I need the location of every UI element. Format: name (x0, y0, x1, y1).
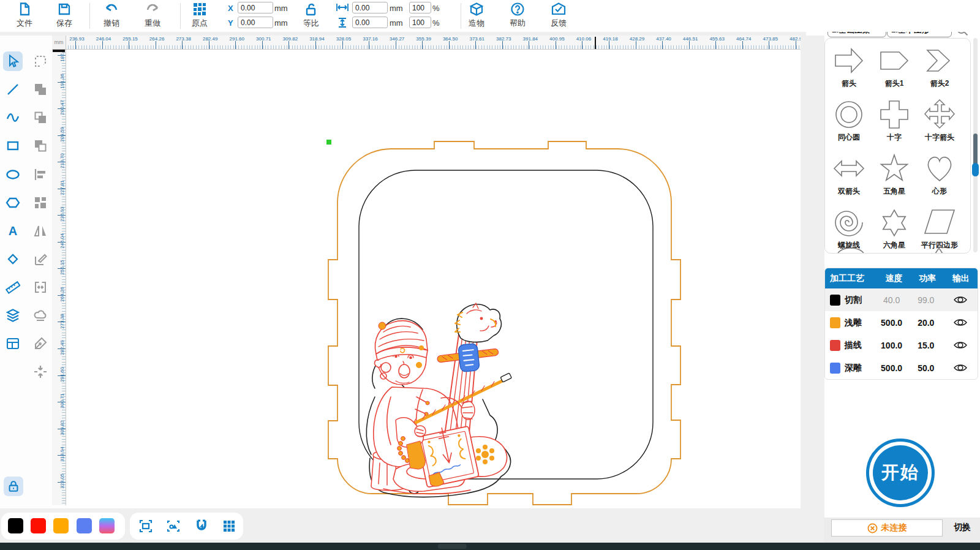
shape-cross[interactable]: 十字 (873, 97, 916, 143)
output-visibility-toggle[interactable] (943, 317, 978, 328)
marquee-select-tool[interactable] (31, 51, 50, 71)
create-button[interactable]: 造物 (458, 1, 495, 29)
shape-star6[interactable]: 六角星 (873, 205, 916, 251)
process-row-cut[interactable]: 切割 40.0 99.0 (825, 288, 978, 311)
ruler-label: 419.18 (603, 36, 617, 42)
palette-swatch-red[interactable] (31, 518, 46, 533)
origin-button[interactable]: 原点 (181, 1, 218, 29)
ruler-tool[interactable] (3, 277, 23, 297)
redo-button[interactable]: 重做 (134, 1, 171, 29)
ruler-label: 309.82 (283, 36, 298, 42)
shape-arrow1[interactable]: 箭头1 (873, 43, 916, 89)
start-button[interactable]: 开始 (866, 439, 935, 507)
shape-spiral[interactable]: 螺旋线 (827, 205, 870, 251)
file-icon (6, 1, 43, 17)
rectangle-tool[interactable] (3, 136, 23, 156)
selection-handle[interactable] (326, 140, 331, 145)
layers-tool[interactable] (3, 306, 23, 325)
device-connection-status[interactable]: 未连接 (831, 519, 943, 537)
musician-figure (366, 303, 511, 497)
output-visibility-toggle[interactable] (943, 340, 978, 350)
boolean-union-icon[interactable] (31, 80, 50, 99)
multi-select-icon[interactable] (166, 519, 181, 533)
fit-view-icon[interactable] (138, 519, 153, 533)
scrollbar-thumb[interactable] (973, 134, 978, 167)
measure-tool[interactable] (31, 249, 50, 269)
ellipse-tool[interactable] (3, 165, 23, 184)
ruler-label: 318.94 (309, 36, 324, 42)
taskbar-item[interactable] (438, 544, 467, 549)
palette-swatch-gradient[interactable] (99, 518, 115, 533)
box-3d-icon (458, 1, 495, 17)
eraser-tool[interactable] (3, 249, 23, 269)
shape-heart[interactable]: 心形 (918, 151, 961, 197)
canvas-lock-button[interactable] (4, 477, 23, 496)
output-visibility-toggle[interactable] (943, 363, 978, 373)
line-tool[interactable] (3, 80, 23, 99)
arrange-tool[interactable] (31, 193, 50, 213)
x-position-input[interactable] (238, 2, 273, 13)
design-canvas[interactable] (52, 49, 801, 508)
width-unit: mm (390, 4, 403, 13)
undo-button[interactable]: 撤销 (93, 1, 130, 29)
help-button[interactable]: 帮助 (499, 1, 536, 29)
ruler-label: 328.05 (59, 470, 65, 491)
snap-magnet-icon[interactable] (194, 519, 209, 533)
curve-tool[interactable] (3, 108, 23, 127)
layer-color-swatch[interactable] (830, 317, 840, 328)
shape-cross-arrows[interactable]: 十字箭头 (918, 97, 961, 143)
horizontal-ruler[interactable]: 236.93246.04255.15264.26273.38282.49291.… (52, 36, 801, 50)
help-icon (499, 1, 536, 17)
height-input[interactable] (352, 17, 388, 28)
select-tool[interactable] (3, 51, 23, 71)
y-position-input[interactable] (238, 17, 273, 28)
color-palette-card (1, 513, 125, 540)
layer-color-swatch[interactable] (830, 363, 840, 374)
palette-swatch-blue[interactable] (77, 518, 92, 533)
weld-tool[interactable] (31, 277, 50, 297)
shape-arrow[interactable]: 箭头 (827, 43, 870, 89)
vertical-ruler[interactable]: 182.25191.36200.47209.59218.70227.81236.… (52, 49, 66, 505)
cursor-y-marker (53, 50, 65, 52)
shape-concentric-circles[interactable]: 同心圆 (827, 97, 870, 143)
panel-gap (801, 36, 824, 543)
mirror-tool[interactable] (31, 221, 50, 241)
palette-swatch-orange[interactable] (53, 518, 69, 533)
text-tool[interactable]: A (3, 221, 23, 241)
pen-nib-tool[interactable] (31, 334, 50, 353)
proportional-lock-button[interactable]: 等比 (293, 1, 330, 29)
height-percent-input[interactable] (409, 17, 431, 28)
grid-toggle-icon[interactable] (222, 519, 236, 533)
process-row-light-engrave[interactable]: 浅雕 500.0 20.0 (825, 311, 978, 334)
view-tools-card (130, 513, 243, 540)
switch-device-button[interactable]: 切换 (946, 519, 978, 535)
width-percent-input[interactable] (409, 2, 431, 13)
ruler-label: 218.70 (59, 151, 65, 171)
shape-partial (834, 247, 868, 254)
polygon-tool[interactable] (3, 193, 23, 213)
shape-parallelogram[interactable]: 平行四边形 (918, 205, 961, 251)
scrollbar-handle[interactable] (972, 163, 979, 176)
feedback-button[interactable]: 反馈 (540, 1, 577, 29)
align-tool[interactable] (31, 165, 50, 184)
layer-color-swatch[interactable] (830, 295, 840, 306)
process-row-trace[interactable]: 描线 100.0 15.0 (825, 334, 978, 356)
layer-color-swatch[interactable] (830, 340, 840, 351)
boolean-subtract-icon[interactable] (31, 108, 50, 127)
shape-double-arrow[interactable]: 双箭头 (827, 151, 870, 197)
palette-swatch-black[interactable] (8, 518, 23, 533)
output-visibility-toggle[interactable] (943, 295, 978, 305)
shape-arrow2[interactable]: 箭头2 (918, 43, 961, 89)
file-button[interactable]: 文件 (6, 1, 43, 29)
process-row-deep-engrave[interactable]: 深雕 500.0 50.0 (825, 356, 978, 379)
shape-star5[interactable]: 五角星 (873, 151, 916, 197)
width-input[interactable] (352, 2, 388, 13)
boolean-exclude-icon[interactable] (31, 136, 50, 156)
height-arrow-icon (337, 17, 347, 31)
panel-scrollbar[interactable] (973, 38, 978, 252)
cloud-stamp-tool[interactable] (31, 306, 50, 325)
collapse-tool[interactable] (31, 362, 50, 382)
table-tool[interactable] (3, 334, 23, 353)
ruler-label: 382.73 (496, 36, 511, 42)
save-button[interactable]: 保存 (46, 1, 83, 29)
